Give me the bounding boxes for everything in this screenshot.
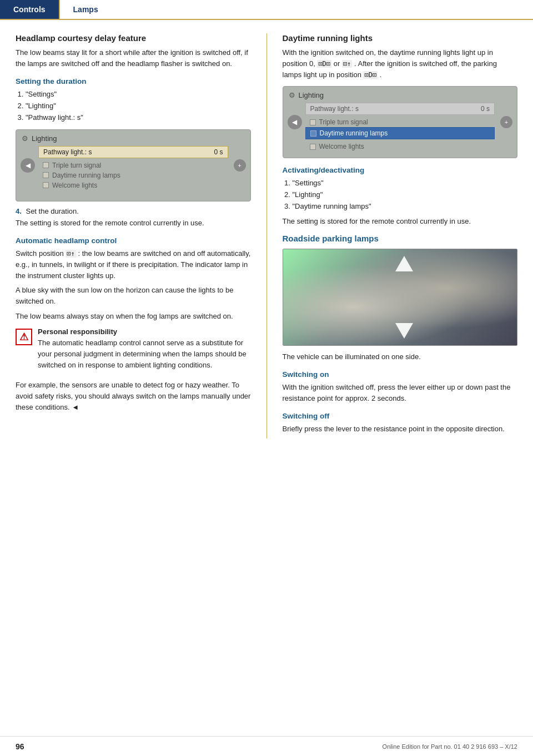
tab-lamps[interactable]: Lamps [60,0,112,19]
screen2-highlighted-daytime: Daytime running lamps [305,127,495,139]
activating-title: Activating/deactivating [283,166,518,174]
screen2-triple-label: Triple turn signal [319,118,368,126]
switching-on-body: With the ignition switched off, press th… [283,382,518,404]
warning-triangle-icon: ⚠ [16,329,32,345]
screen2-checkbox-welcome [310,144,316,150]
tab-lamps-label: Lamps [73,5,98,14]
settings-gear-icon: ⚙ [22,134,28,143]
step4-text: Set the duration. [26,207,78,215]
screen2-title-text: Lighting [299,91,324,99]
screen-highlighted-row-pathway: Pathway light.: s 0 s [38,146,228,158]
step4-number: 4. [16,207,22,215]
copyright-text: Online Edition for Part no. 01 40 2 916 … [383,743,517,750]
roadside-title: Roadside parking lamps [283,234,518,243]
checkbox-welcome [43,182,49,188]
activating-steps-list: "Settings" "Lighting" "Daytime running l… [293,178,518,212]
right-column: Daytime running lights With the ignition… [283,33,518,439]
screen2-gear-icon: ⚙ [289,91,295,99]
checkbox-triple [43,162,49,168]
act-step-2: "Lighting" [293,189,518,201]
screen2-daytime-label: Daytime running lamps [320,129,490,137]
auto-body3: The low beams always stay on when the fo… [16,311,251,322]
tab-controls-label: Controls [13,5,46,14]
warning-box: ⚠ Personal responsibility The automatic … [16,327,251,374]
auto-body2: A blue sky with the sun low on the horiz… [16,285,251,307]
screen2-nav-right-btn[interactable]: + [500,116,512,128]
switching-off-title: Switching off [283,412,518,420]
screen2-inner: Pathway light.: s 0 s Triple turn signal… [305,103,495,152]
screen-title-bar: ⚙ Lighting [22,134,245,143]
daytime-body2-end: . [380,70,382,79]
daytime-label: Daytime running lamps [52,172,120,179]
warning-body1: The automatic headlamp control cannot se… [38,337,251,371]
switching-off-body: Briefly press the lever to the resistanc… [283,424,518,435]
setting-duration-title: Setting the duration [16,77,251,85]
daytime-section-title: Daytime running lights [283,33,518,43]
triple-label: Triple turn signal [52,162,101,169]
screen-title-text: Lighting [32,134,57,143]
roadside-body: The vehicle can be illuminated on one si… [283,351,518,362]
auto-headlamp-title: Automatic headlamp control [16,236,251,245]
screen-row-daytime: Daytime running lamps [38,170,228,180]
daytime-symbol1: ⊡D⊡ [317,60,331,68]
warning-content: Personal responsibility The automatic he… [38,327,251,374]
daytime-body: With the ignition switched on, the dayti… [283,47,518,80]
screen-mockup-left: ⚙ Lighting ◀ Pathway light.: s 0 s Tripl… [16,129,251,201]
screen-row-triple: Triple turn signal [38,160,228,170]
screen-nav-right-btn[interactable]: + [234,159,246,172]
setting-steps-list: "Settings" "Lighting" "Pathway light.: s… [26,89,251,123]
act-step-3: "Daytime running lamps" [293,201,518,213]
warning-body2-text: For example, the sensors are unable to d… [16,381,250,411]
setting-step-1: "Settings" [26,89,251,100]
setting-step-3: "Pathway light.: s" [26,112,251,124]
screen-mockup-right: ⚙ Lighting ◀ Pathway light.: s 0 s Tripl… [283,86,518,158]
section1-title: Headlamp courtesy delay feature [16,33,251,43]
daytime-symbol3: ⊡D⊡ [363,71,378,79]
act-step-1: "Settings" [293,178,518,189]
column-divider [266,33,267,439]
screen2-plain-pathway: Pathway light.: s 0 s [305,103,495,115]
screen2-row-triple: Triple turn signal [305,117,495,127]
page-footer: 96 Online Edition for Part no. 01 40 2 9… [0,736,533,756]
pathway-value: 0 s [214,148,223,156]
pathway-label: Pathway light.: s [43,148,92,156]
screen2-nav-left-btn[interactable]: ◀ [288,115,302,129]
screen-nav-left-btn[interactable]: ◀ [21,158,35,173]
switching-on-title: Switching on [283,370,518,379]
screen2-checkbox-triple [310,119,316,125]
warning-body2: For example, the sensors are unable to d… [16,380,251,413]
step4-container: 4. Set the duration. [16,207,251,215]
auto-symbol: ⊡↑ [66,250,76,258]
act-stored: The setting is stored for the remote con… [283,216,518,227]
screen2-title-bar: ⚙ Lighting [289,91,512,99]
screen2-checkbox-daytime-hl [310,130,316,137]
daytime-symbol2: ⊡↑ [342,60,352,68]
screen-row-welcome: Welcome lights [38,180,228,190]
screen2-row-welcome: Welcome lights [305,142,495,152]
setting-step-2: "Lighting" [26,100,251,112]
welcome-label: Welcome lights [52,182,97,189]
steering-column-visual [283,249,517,345]
screen2-welcome-label: Welcome lights [319,143,364,150]
daytime-or: or [334,59,342,68]
screen2-pathway-value: 0 s [481,105,490,113]
auto-body1-text: Switch position [16,249,64,258]
checkbox-daytime [43,172,49,178]
arrow-up-icon [395,256,413,271]
body-stored-left: The setting is stored for the remote con… [16,218,251,229]
roadside-parking-image [283,249,518,346]
header-tabs: Controls Lamps [0,0,533,20]
screen-inner-left: Pathway light.: s 0 s Triple turn signal… [38,146,228,190]
tab-controls[interactable]: Controls [0,0,59,19]
auto-body1: Switch position ⊡↑ : the low beams are s… [16,248,251,281]
page-number: 96 [16,742,24,751]
arrow-down-icon [395,323,413,339]
section1-body1: The low beams stay lit for a short while… [16,47,251,69]
screen2-pathway-label: Pathway light.: s [310,105,359,113]
page-content: Headlamp courtesy delay feature The low … [0,20,533,452]
left-column: Headlamp courtesy delay feature The low … [16,33,251,439]
warning-end-symbol: ◄ [72,403,79,411]
warning-title: Personal responsibility [38,327,251,336]
